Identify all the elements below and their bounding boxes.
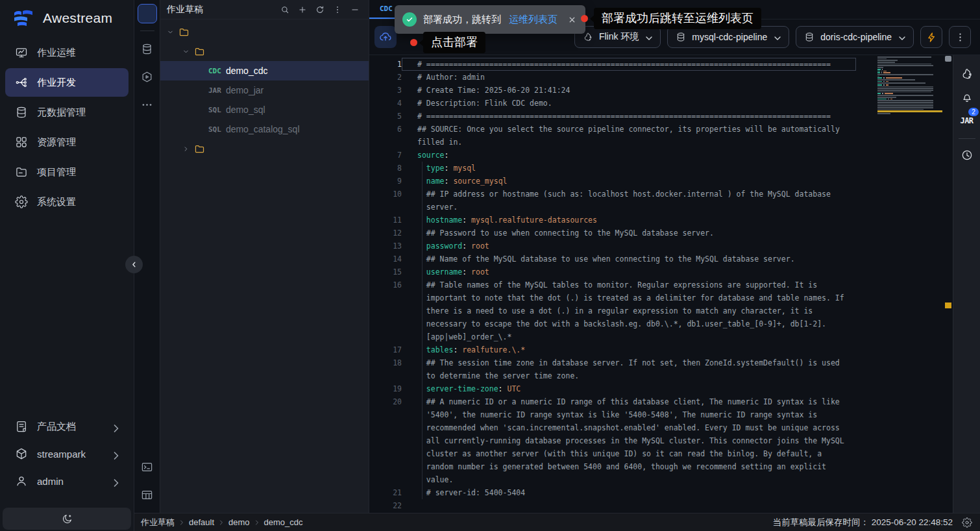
activity-table-button[interactable] <box>138 485 157 504</box>
breadcrumb-item-demo[interactable]: demo <box>228 517 250 527</box>
sidebar-footer-item-admin[interactable]: admin <box>5 467 129 495</box>
breadcrumb-item-default[interactable]: default <box>189 517 214 527</box>
breadcrumb-separator-icon <box>178 519 186 526</box>
cloud-upload-icon <box>379 31 392 43</box>
footer-item-label: admin <box>37 476 64 487</box>
terminal-icon <box>141 461 153 473</box>
jar-count-badge: 2 <box>968 108 979 116</box>
tree-item-default[interactable]: default <box>160 22 369 42</box>
chevron-down-icon[interactable] <box>182 48 190 55</box>
explorer-collapse-button[interactable] <box>348 3 362 17</box>
sidebar-item-settings[interactable]: 系统设置 <box>5 188 129 216</box>
tree-item-demo_sql[interactable]: SQLdemo_sql <box>160 100 369 119</box>
code-line-22: 22 <box>369 499 953 512</box>
toolbar-more-button[interactable] <box>949 26 971 48</box>
sidebar-collapse-handle[interactable] <box>125 256 143 273</box>
annotation-label: 点击部署 <box>423 32 485 53</box>
source-pipeline-value: mysql-cdc-pipeline <box>692 32 767 42</box>
overview-ruler <box>944 55 953 513</box>
line-number: 14 <box>369 253 402 266</box>
tree-item-demo_jar[interactable]: JARdemo_jar <box>160 80 369 100</box>
code-line-17: 17tables: realfuture.\.* <box>369 343 953 356</box>
line-content: ## SOURCE: Once you select the source pi… <box>402 123 850 149</box>
line-number: 2 <box>369 71 402 84</box>
sidebar-item-resources[interactable]: 资源管理 <box>5 128 129 156</box>
explorer-search-button[interactable] <box>278 3 292 17</box>
line-content: # ======================================… <box>402 110 850 123</box>
activity-debug-button[interactable] <box>138 67 157 86</box>
status-bar: 作业草稿defaultdemodemo_cdc 当前草稿最后保存时间： 2025… <box>134 513 980 531</box>
explorer-toolbar <box>278 3 362 17</box>
run-bolt-button[interactable] <box>920 26 942 48</box>
theme-toggle-button[interactable] <box>3 508 131 530</box>
code-line-15: 15username: root <box>369 266 953 278</box>
explorer-refresh-button[interactable] <box>313 3 327 17</box>
red-dot-marker <box>581 15 588 22</box>
sidebar-footer-item-streampark[interactable]: streampark <box>5 440 129 467</box>
breadcrumb-item-demo_cdc[interactable]: demo_cdc <box>264 517 303 527</box>
line-content: tables: realfuture.\.* <box>402 343 850 356</box>
code-editor[interactable]: 1# =====================================… <box>369 55 953 513</box>
folder-icon: default <box>178 27 190 38</box>
activity-more-button[interactable] <box>138 95 157 114</box>
sidebar-item-projects[interactable]: 项目管理 <box>5 158 129 186</box>
line-number: 10 <box>369 188 402 201</box>
breadcrumb-item-作业草稿[interactable]: 作业草稿 <box>141 517 175 528</box>
line-number: 15 <box>369 266 402 278</box>
rail-history-button[interactable] <box>953 144 980 166</box>
breadcrumb: 作业草稿defaultdemodemo_cdc <box>141 517 303 528</box>
tree-item-demo-kafka[interactable]: demo-kafka <box>160 139 369 158</box>
code-line-11: 11hostname: mysql.realfuture-datasources <box>369 214 953 227</box>
toast-message: 部署成功，跳转到 <box>423 14 501 26</box>
code-line-4: 4# Description: Flink CDC demo. <box>369 97 953 110</box>
tree-item-demo[interactable]: demo <box>160 42 369 61</box>
minimap[interactable] <box>877 56 942 124</box>
line-number: 17 <box>369 343 402 356</box>
line-content: source: <box>402 149 850 162</box>
line-content: ## Name of the MySQL database to use whe… <box>402 253 850 266</box>
toast-close-icon[interactable] <box>568 16 576 24</box>
explorer-more-button[interactable] <box>330 3 345 17</box>
code-line-14: 14## Name of the MySQL database to use w… <box>369 253 953 266</box>
deploy-button[interactable] <box>374 26 397 48</box>
sidebar-item-job-dev[interactable]: 作业开发 <box>5 68 129 97</box>
tree-item-demo_catalog_sql[interactable]: SQLdemo_catalog_sql <box>160 119 369 139</box>
code-lines: 1# =====================================… <box>369 55 953 513</box>
toast-ops-list-link[interactable]: 运维列表页 <box>509 14 557 26</box>
rail-flink-button[interactable] <box>953 63 980 85</box>
bell-icon <box>961 91 974 104</box>
rail-notifications-button[interactable] <box>953 86 980 108</box>
sidebar-item-job-ops[interactable]: 作业运维 <box>5 38 129 67</box>
footer-item-label: streampark <box>37 449 86 460</box>
table-icon <box>141 489 153 501</box>
explorer-add-button[interactable] <box>295 3 310 17</box>
line-number: 22 <box>369 499 402 512</box>
jar-label: JAR <box>960 116 973 125</box>
line-number: 19 <box>369 382 402 395</box>
sidebar-nav: 作业运维作业开发元数据管理资源管理项目管理系统设置 <box>0 34 134 217</box>
source-pipeline-select[interactable]: mysql-cdc-pipeline <box>667 26 789 48</box>
file-type-badge: JAR <box>208 86 221 95</box>
rail-jar-button[interactable]: JAR2 <box>953 110 980 132</box>
scrollbar-thumb[interactable] <box>945 56 951 62</box>
activity-files-button[interactable] <box>138 4 157 23</box>
folder-icon <box>141 8 153 20</box>
flink-env-label: Flink 环境 <box>599 31 639 43</box>
flink-env-select[interactable]: Flink 环境 <box>574 26 661 48</box>
tree-item-demo_cdc[interactable]: CDCdemo_cdc <box>160 61 369 80</box>
chevron-right-icon[interactable] <box>182 145 190 153</box>
annotation-deploy-redirect: 部署成功后跳转至运维列表页 <box>581 8 761 29</box>
success-check-icon <box>402 12 417 27</box>
activity-terminal-button[interactable] <box>138 457 157 476</box>
hex-play-icon <box>141 71 153 83</box>
activity-data-button[interactable] <box>138 39 157 58</box>
monitor-chart-icon <box>15 46 28 59</box>
chevron-down-icon[interactable] <box>167 29 174 36</box>
sidebar-footer-item-docs[interactable]: 产品文档 <box>5 413 129 440</box>
sink-pipeline-select[interactable]: doris-cdc-pipeline <box>796 26 914 48</box>
sidebar-item-label: 系统设置 <box>37 196 76 208</box>
line-number: 18 <box>369 356 402 369</box>
chevron-down-icon <box>644 33 652 42</box>
sidebar-item-metadata[interactable]: 元数据管理 <box>5 98 129 127</box>
settings-gear-button[interactable] <box>962 517 972 528</box>
